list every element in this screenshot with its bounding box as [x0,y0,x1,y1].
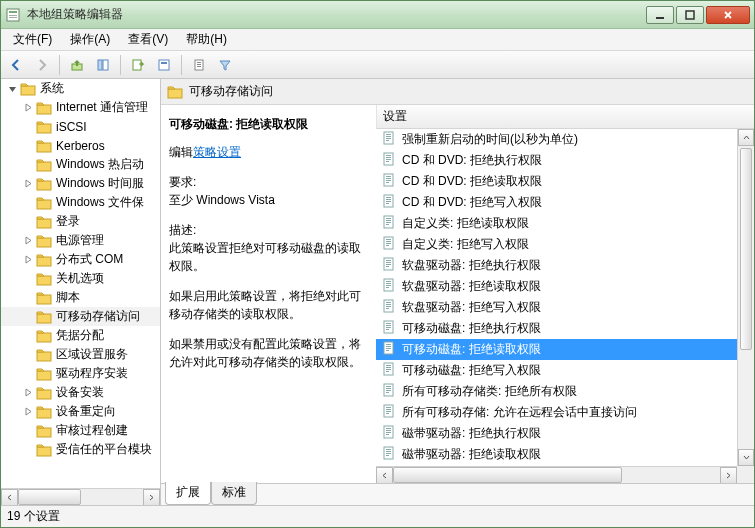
list-item[interactable]: 软盘驱动器: 拒绝读取权限 [376,276,737,297]
list-item[interactable]: 软盘驱动器: 拒绝执行权限 [376,255,737,276]
tree-item[interactable]: Internet 通信管理 [1,98,160,117]
list-item[interactable]: 可移动磁盘: 拒绝执行权限 [376,318,737,339]
list-item-label: 软盘驱动器: 拒绝读取权限 [402,278,541,295]
sidebar-hscroll[interactable] [1,488,160,505]
tree-item[interactable]: 关机选项 [1,269,160,288]
svg-rect-108 [386,428,391,429]
expand-icon[interactable] [23,406,34,417]
policy-icon [382,362,402,379]
svg-rect-34 [37,428,51,437]
list-item[interactable]: 可移动磁盘: 拒绝读取权限 [376,339,737,360]
svg-rect-109 [386,430,391,431]
expand-icon[interactable] [7,83,18,94]
tree-item[interactable]: 驱动程序安装 [1,364,160,383]
show-hide-tree-button[interactable] [92,54,114,76]
tree[interactable]: 系统Internet 通信管理iSCSIKerberosWindows 热启动W… [1,79,160,488]
list-item[interactable]: 强制重新启动的时间(以秒为单位) [376,129,737,150]
tree-item[interactable]: 分布式 COM [1,250,160,269]
scroll-down-icon[interactable] [738,449,754,466]
svg-rect-71 [386,266,389,267]
list-item[interactable]: CD 和 DVD: 拒绝写入权限 [376,192,737,213]
list-wrap: 强制重新启动的时间(以秒为单位)CD 和 DVD: 拒绝执行权限CD 和 DVD… [376,129,754,483]
list-item[interactable]: 磁带驱动器: 拒绝执行权限 [376,423,737,444]
edit-policy-link[interactable]: 策略设置 [193,145,241,159]
filter-button[interactable] [214,54,236,76]
menu-view[interactable]: 查看(V) [120,29,176,50]
scroll-track[interactable] [393,467,720,483]
tree-item[interactable]: 受信任的平台模块 [1,440,160,459]
properties-button[interactable] [188,54,210,76]
scroll-track[interactable] [738,352,754,449]
list-item-label: 所有可移动存储: 允许在远程会话中直接访问 [402,404,637,421]
back-button[interactable] [5,54,27,76]
minimize-button[interactable] [646,6,674,24]
scroll-right-icon[interactable] [143,489,160,506]
tab-extended[interactable]: 扩展 [165,482,211,505]
menu-action[interactable]: 操作(A) [62,29,118,50]
tree-root[interactable]: 系统 [1,79,160,98]
column-header-setting[interactable]: 设置 [376,105,754,129]
refresh-button[interactable] [153,54,175,76]
list-hscroll[interactable] [376,466,737,483]
expand-icon[interactable] [23,254,34,265]
list-vscroll[interactable] [737,129,754,466]
menu-help[interactable]: 帮助(H) [178,29,235,50]
list-item[interactable]: 自定义类: 拒绝读取权限 [376,213,737,234]
policy-icon [382,341,402,358]
tree-item[interactable]: 区域设置服务 [1,345,160,364]
scroll-thumb[interactable] [18,489,81,505]
forward-button[interactable] [31,54,53,76]
svg-rect-90 [386,348,391,349]
tree-item[interactable]: 设备重定向 [1,402,160,421]
list-item[interactable]: 磁带驱动器: 拒绝读取权限 [376,444,737,465]
maximize-button[interactable] [676,6,704,24]
scroll-thumb[interactable] [740,148,752,350]
list-item[interactable]: CD 和 DVD: 拒绝读取权限 [376,171,737,192]
svg-rect-20 [37,162,51,171]
scroll-track[interactable] [18,489,143,505]
svg-rect-66 [386,245,389,246]
svg-rect-85 [386,327,391,328]
list-item[interactable]: 软盘驱动器: 拒绝写入权限 [376,297,737,318]
tree-item[interactable]: 脚本 [1,288,160,307]
list-item[interactable]: 可移动磁盘: 拒绝写入权限 [376,360,737,381]
tree-item-label: 分布式 COM [56,251,123,268]
status-text: 19 个设置 [7,508,60,525]
up-level-button[interactable] [66,54,88,76]
settings-list[interactable]: 强制重新启动的时间(以秒为单位)CD 和 DVD: 拒绝执行权限CD 和 DVD… [376,129,737,466]
scroll-left-icon[interactable] [1,489,18,506]
export-button[interactable] [127,54,149,76]
svg-rect-115 [386,453,391,454]
tab-standard[interactable]: 标准 [211,482,257,505]
tree-item[interactable]: Windows 时间服 [1,174,160,193]
expand-icon[interactable] [23,102,34,113]
expand-icon[interactable] [23,235,34,246]
scroll-left-icon[interactable] [376,467,393,484]
tree-item[interactable]: 登录 [1,212,160,231]
tree-item-label: iSCSI [56,120,87,134]
tree-item[interactable]: iSCSI [1,117,160,136]
svg-rect-99 [386,388,391,389]
tree-item[interactable]: Windows 文件保 [1,193,160,212]
titlebar[interactable]: 本地组策略编辑器 [1,1,754,29]
scroll-right-icon[interactable] [720,467,737,484]
close-button[interactable] [706,6,750,24]
tree-item[interactable]: 电源管理 [1,231,160,250]
scroll-thumb[interactable] [393,467,622,483]
menu-file[interactable]: 文件(F) [5,29,60,50]
tree-item[interactable]: Windows 热启动 [1,155,160,174]
list-item[interactable]: 自定义类: 拒绝写入权限 [376,234,737,255]
tree-item[interactable]: 可移动存储访问 [1,307,160,326]
tree-item[interactable]: 设备安装 [1,383,160,402]
list-item[interactable]: 所有可移动存储: 允许在远程会话中直接访问 [376,402,737,423]
list-item[interactable]: 所有可移动存储类: 拒绝所有权限 [376,381,737,402]
tree-item[interactable]: 审核过程创建 [1,421,160,440]
tree-item[interactable]: 凭据分配 [1,326,160,345]
scroll-up-icon[interactable] [738,129,754,146]
expand-icon[interactable] [23,387,34,398]
folder-icon [167,85,183,99]
expand-icon[interactable] [23,178,34,189]
tree-item[interactable]: Kerberos [1,136,160,155]
list-item-label: 强制重新启动的时间(以秒为单位) [402,131,578,148]
list-item[interactable]: CD 和 DVD: 拒绝执行权限 [376,150,737,171]
